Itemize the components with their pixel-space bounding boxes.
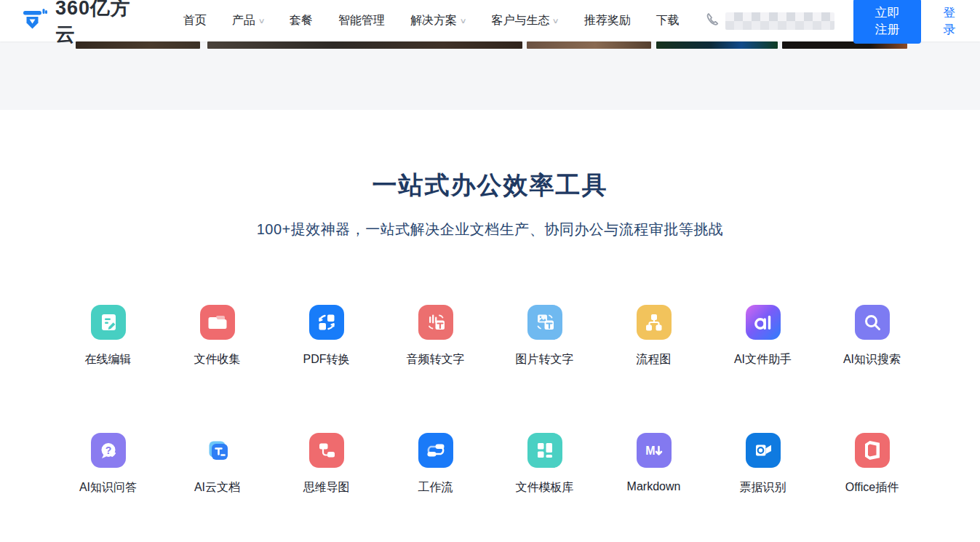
nav-item-referral-rewards[interactable]: 推荐奖励: [584, 13, 631, 28]
tool-ai-cloud-doc[interactable]: AI云文档: [163, 433, 272, 495]
pdf-convert-icon: [309, 305, 344, 340]
chevron-down-icon: ∨: [552, 17, 559, 25]
tool-label: AI云文档: [194, 480, 240, 495]
ai-qa-icon: ?: [91, 433, 126, 468]
carousel-slide-3[interactable]: [527, 41, 651, 49]
carousel-slide-2[interactable]: [207, 41, 522, 49]
hero-carousel-section: [0, 41, 980, 110]
nav-item-smart-management[interactable]: 智能管理: [338, 13, 385, 28]
tool-label: Office插件: [845, 480, 899, 495]
folder-collect-icon: [200, 305, 235, 340]
nav-item-plans[interactable]: 套餐: [290, 13, 313, 28]
tool-online-edit[interactable]: 在线编辑: [54, 305, 163, 367]
tool-mindmap[interactable]: 思维导图: [272, 433, 381, 495]
tools-section: 一站式办公效率工具 100+提效神器，一站式解决企业文档生产、协同办公与流程审批…: [0, 110, 980, 495]
tool-label: 文件收集: [194, 352, 241, 367]
tool-ai-knowledge-qa[interactable]: ? AI知识问答: [54, 433, 163, 495]
logo-text: 360亿方云: [55, 0, 141, 47]
mindmap-icon: [309, 433, 344, 468]
login-link[interactable]: 登录: [943, 4, 960, 38]
tool-ai-file-assistant[interactable]: AI文件助手: [709, 305, 818, 367]
audio-to-text-icon: [418, 305, 453, 340]
tool-label: PDF转换: [303, 352, 350, 367]
nav-item-download[interactable]: 下载: [656, 13, 680, 28]
tool-receipt-recognition[interactable]: 票据识别: [709, 433, 818, 495]
phone-number: [705, 12, 834, 31]
tool-label: 票据识别: [740, 480, 786, 495]
tool-ai-knowledge-search[interactable]: AI知识搜索: [818, 305, 927, 367]
tool-label: 流程图: [637, 352, 672, 367]
svg-text:M: M: [645, 445, 655, 457]
ai-assistant-icon: [746, 305, 781, 340]
phone-number-redacted: [725, 12, 834, 30]
tool-markdown[interactable]: M Markdown: [599, 433, 709, 495]
nav-item-solutions[interactable]: 解决方案∨: [410, 13, 466, 28]
phone-icon: [705, 12, 721, 31]
logo-shield-icon: [22, 7, 48, 35]
template-grid-icon: [527, 433, 562, 468]
page-subtitle: 100+提效神器，一站式解决企业文档生产、协同办公与流程审批等挑战: [0, 220, 980, 239]
flowchart-icon: [637, 305, 672, 340]
receipt-ocr-icon: [746, 433, 781, 468]
tool-label: 思维导图: [303, 480, 350, 495]
top-navbar: 360亿方云 首页 产品∨ 套餐 智能管理 解决方案∨ 客户与生态∨ 推荐奖励 …: [0, 0, 980, 41]
tool-image-to-text[interactable]: 图片转文字: [490, 305, 599, 367]
tool-label: 音频转文字: [407, 352, 465, 367]
tool-flowchart[interactable]: 流程图: [599, 305, 709, 367]
tools-grid: 在线编辑 文件收集 PDF转: [54, 305, 927, 495]
main-nav: 首页 产品∨ 套餐 智能管理 解决方案∨ 客户与生态∨ 推荐奖励 下载: [183, 13, 705, 28]
tool-label: Markdown: [627, 480, 681, 493]
tool-label: AI知识搜索: [843, 352, 901, 367]
svg-text:?: ?: [105, 445, 111, 456]
logo[interactable]: 360亿方云: [22, 0, 141, 47]
register-button[interactable]: 立即注册: [853, 0, 922, 44]
tool-label: 工作流: [418, 480, 453, 495]
office-plugin-icon: [855, 433, 890, 468]
doc-edit-icon: [91, 305, 126, 340]
tool-workflow[interactable]: 工作流: [381, 433, 490, 495]
tool-file-collect[interactable]: 文件收集: [163, 305, 272, 367]
image-to-text-icon: [527, 305, 562, 340]
workflow-icon: [418, 433, 453, 468]
cloud-doc-icon: [200, 433, 235, 468]
chevron-down-icon: ∨: [460, 17, 467, 25]
tool-label: 在线编辑: [85, 352, 132, 367]
markdown-icon: M: [637, 433, 672, 468]
page-title: 一站式办公效率工具: [0, 169, 980, 202]
nav-item-home[interactable]: 首页: [183, 13, 207, 28]
tool-file-template-library[interactable]: 文件模板库: [490, 433, 599, 495]
header-right: 立即注册 登录: [705, 0, 960, 44]
nav-item-products[interactable]: 产品∨: [232, 13, 264, 28]
tool-audio-to-text[interactable]: 音频转文字: [381, 305, 490, 367]
tool-label: AI知识问答: [79, 480, 137, 495]
tool-label: 图片转文字: [516, 352, 574, 367]
tool-office-plugin[interactable]: Office插件: [818, 433, 927, 495]
chevron-down-icon: ∨: [258, 17, 265, 25]
tool-label: 文件模板库: [516, 480, 574, 495]
tool-label: AI文件助手: [734, 352, 792, 367]
tool-pdf-convert[interactable]: PDF转换: [272, 305, 381, 367]
ai-search-icon: [855, 305, 890, 340]
nav-item-customers-ecosystem[interactable]: 客户与生态∨: [491, 13, 558, 28]
